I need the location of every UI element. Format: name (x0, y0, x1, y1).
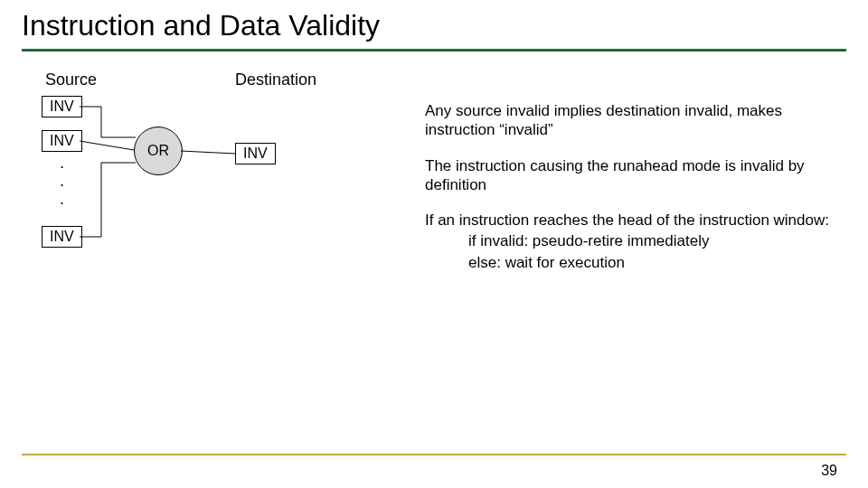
or-gate: OR (134, 127, 183, 175)
paragraph-3-lead: If an instruction reaches the head of th… (425, 211, 841, 230)
ellipsis-dots: . . . (60, 154, 64, 208)
page-number: 39 (821, 463, 837, 479)
label-source: Source (45, 70, 97, 89)
paragraph-3a: if invalid: pseudo-retire immediately (468, 231, 841, 250)
paragraph-1: Any source invalid implies destination i… (425, 101, 841, 140)
page-title: Instruction and Data Validity (22, 9, 380, 42)
title-underline (22, 49, 846, 52)
paragraph-2: The instruction causing the runahead mod… (425, 156, 841, 195)
source-inv-box-3: INV (42, 226, 82, 248)
footer-rule (22, 454, 846, 455)
source-inv-box-1: INV (42, 96, 82, 117)
dest-inv-box: INV (235, 143, 276, 164)
label-destination: Destination (235, 70, 316, 89)
body-text: Any source invalid implies destination i… (425, 101, 841, 288)
svg-line-7 (181, 151, 235, 154)
svg-line-3 (80, 141, 134, 150)
paragraph-3b: else: wait for execution (468, 253, 841, 272)
source-inv-box-2: INV (42, 130, 82, 152)
